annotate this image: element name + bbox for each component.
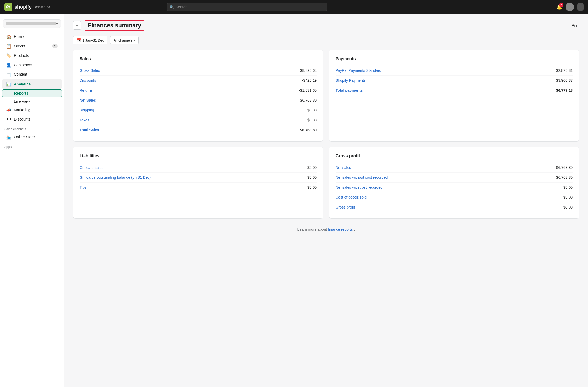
gross-profit-link[interactable]: Gross profit: [336, 205, 355, 209]
tips-value: $0,00: [307, 185, 317, 189]
content-grid: Sales Gross Sales $8.820,64 Discounts -$…: [73, 50, 579, 219]
main-layout: ▾ 🏠 Home 📋 Orders 1 🏷️ Products 👤 Cu: [0, 14, 588, 387]
notifications-button[interactable]: 🔔 2: [556, 4, 562, 10]
sidebar-item-home[interactable]: 🏠 Home: [2, 32, 62, 41]
sales-card-title: Sales: [80, 57, 317, 61]
filters-row: 📅 1 Jan–31 Dec All channels ▾: [73, 36, 579, 44]
search-container: 🔍: [167, 3, 327, 11]
sidebar-item-label: Orders: [14, 44, 25, 48]
sales-channels-arrow[interactable]: ›: [59, 127, 60, 131]
gift-cards-outstanding-value: $0,00: [307, 175, 317, 180]
gift-card-sales-link[interactable]: Gift card sales: [80, 165, 103, 170]
table-row: Gross Sales $8.820,64: [80, 66, 317, 76]
avatar[interactable]: [566, 3, 574, 11]
finance-reports-link[interactable]: finance reports: [328, 227, 353, 232]
customers-icon: 👤: [6, 62, 11, 67]
back-button[interactable]: ←: [73, 21, 81, 30]
main-content: ← Finances summary Print 📅 1 Jan–31 Dec …: [64, 14, 588, 387]
online-store-icon: 🏪: [6, 135, 11, 139]
liabilities-card-title: Liabilities: [80, 154, 317, 158]
table-row: Cost of goods sold $0,00: [336, 192, 573, 202]
table-row: Net sales without cost recorded $6.763,8…: [336, 173, 573, 183]
cost-of-goods-link[interactable]: Cost of goods sold: [336, 195, 367, 199]
gross-sales-link[interactable]: Gross Sales: [80, 68, 100, 73]
table-row: Net sales $6.763,80: [336, 163, 573, 173]
sidebar-item-online-store[interactable]: 🏪 Online Store: [2, 132, 62, 142]
sales-channels-section: Sales channels ›: [0, 124, 64, 132]
sidebar-item-content[interactable]: 📄 Content: [2, 70, 62, 79]
net-sales-gp-link[interactable]: Net sales: [336, 165, 351, 170]
topnav-right: 🔔 2: [556, 3, 584, 11]
sidebar-nav: 🏠 Home 📋 Orders 1 🏷️ Products 👤 Customer…: [0, 32, 64, 150]
back-arrow-icon: ←: [75, 23, 79, 28]
returns-link[interactable]: Returns: [80, 88, 93, 92]
chevron-down-icon: ▾: [134, 39, 135, 42]
sidebar-item-label: Customers: [14, 63, 32, 67]
notification-badge: 2: [559, 3, 563, 7]
store-selector[interactable]: ▾: [3, 19, 61, 28]
store-button[interactable]: [577, 3, 584, 11]
net-sales-with-cost-value: $0,00: [563, 185, 573, 189]
shopify-payments-link[interactable]: Shopify Payments: [336, 78, 366, 83]
sidebar-item-live-view[interactable]: Live View: [2, 98, 62, 105]
sidebar-item-orders[interactable]: 📋 Orders 1: [2, 42, 62, 51]
analytics-arrow-annotation: ←: [34, 81, 39, 87]
print-button[interactable]: Print: [572, 23, 579, 28]
page-title: Finances summary: [85, 20, 144, 31]
table-row: Taxes $0,00: [80, 115, 317, 125]
discounts-link[interactable]: Discounts: [80, 78, 96, 83]
sidebar-item-products[interactable]: 🏷️ Products: [2, 51, 62, 60]
sidebar-item-label: Marketing: [14, 108, 30, 112]
table-row: Tips $0,00: [80, 183, 317, 192]
chevron-down-icon: ▾: [56, 22, 58, 25]
home-icon: 🏠: [6, 34, 11, 39]
sidebar-item-label: Home: [14, 35, 24, 39]
orders-badge: 1: [52, 44, 58, 48]
net-sales-value: $6.763,80: [300, 98, 317, 102]
sidebar-item-discounts[interactable]: 🏷 Discounts: [2, 115, 62, 124]
paypal-link[interactable]: PayPal Payments Standard: [336, 68, 381, 73]
table-row: Gross profit $0,00: [336, 202, 573, 212]
sidebar-item-reports[interactable]: Reports: [2, 89, 62, 97]
net-sales-with-cost-link[interactable]: Net sales with cost recorded: [336, 185, 383, 189]
liabilities-card: Liabilities Gift card sales $0,00 Gift c…: [73, 147, 323, 219]
sidebar-item-label: Content: [14, 72, 27, 76]
table-row: Net sales with cost recorded $0,00: [336, 183, 573, 192]
net-sales-without-cost-link[interactable]: Net sales without cost recorded: [336, 175, 388, 180]
season-label: Winter '23: [35, 5, 50, 9]
products-icon: 🏷️: [6, 53, 11, 58]
sidebar-item-customers[interactable]: 👤 Customers: [2, 60, 62, 69]
table-row: Gift card sales $0,00: [80, 163, 317, 173]
logo-text: shopify: [14, 4, 32, 10]
shopify-bag-icon: 🛍: [4, 3, 12, 11]
sidebar-item-label: Online Store: [14, 135, 35, 139]
gift-cards-outstanding-link[interactable]: Gift cards outstanding balance (on 31 De…: [80, 175, 151, 180]
analytics-icon: 📊: [6, 82, 11, 87]
channels-label: All channels: [114, 38, 132, 42]
total-sales-link[interactable]: Total Sales: [80, 128, 99, 132]
total-payments-link[interactable]: Total payments: [336, 88, 363, 92]
shopify-logo[interactable]: 🛍 shopify Winter '23: [4, 3, 50, 11]
search-input[interactable]: [167, 3, 327, 11]
sidebar: ▾ 🏠 Home 📋 Orders 1 🏷️ Products 👤 Cu: [0, 14, 64, 387]
gift-card-sales-value: $0,00: [307, 165, 317, 170]
orders-icon: 📋: [6, 44, 11, 49]
paypal-value: $2.870,81: [556, 68, 573, 73]
apps-arrow[interactable]: ›: [59, 145, 60, 149]
channels-filter[interactable]: All channels ▾: [110, 36, 139, 44]
footer-text: Learn more about: [297, 227, 328, 232]
date-range-filter[interactable]: 📅 1 Jan–31 Dec: [73, 36, 107, 44]
tips-link[interactable]: Tips: [80, 185, 86, 189]
taxes-link[interactable]: Taxes: [80, 118, 89, 122]
table-row: Net Sales $6.763,80: [80, 95, 317, 105]
sidebar-item-marketing[interactable]: 📣 Marketing: [2, 105, 62, 114]
sidebar-sub-label: Live View: [14, 99, 30, 103]
net-sales-link[interactable]: Net Sales: [80, 98, 96, 102]
shipping-link[interactable]: Shipping: [80, 108, 94, 112]
search-icon: 🔍: [169, 5, 174, 9]
sidebar-item-analytics[interactable]: 📊 Analytics ←: [2, 79, 62, 89]
table-row: Returns -$1.631,65: [80, 85, 317, 95]
table-row-total: Total Sales $6.763,80: [80, 125, 317, 135]
gross-profit-card: Gross profit Net sales $6.763,80 Net sal…: [329, 147, 579, 219]
total-payments-value: $6.777,18: [556, 88, 573, 92]
